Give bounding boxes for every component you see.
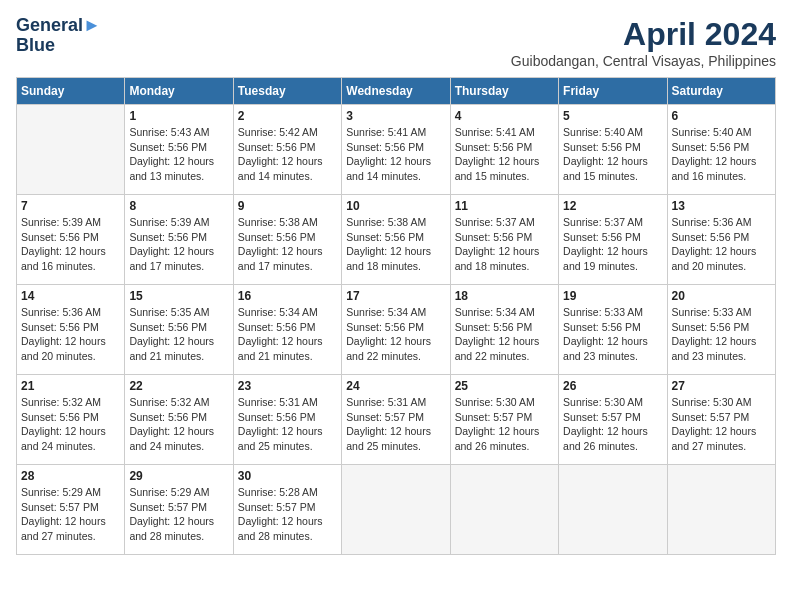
column-header-thursday: Thursday <box>450 78 558 105</box>
day-number: 17 <box>346 289 445 303</box>
page-header: General►Blue April 2024 Guibodangan, Cen… <box>16 16 776 69</box>
day-number: 18 <box>455 289 554 303</box>
day-cell: 27Sunrise: 5:30 AM Sunset: 5:57 PM Dayli… <box>667 375 775 465</box>
day-cell: 30Sunrise: 5:28 AM Sunset: 5:57 PM Dayli… <box>233 465 341 555</box>
week-row-2: 7Sunrise: 5:39 AM Sunset: 5:56 PM Daylig… <box>17 195 776 285</box>
location-title: Guibodangan, Central Visayas, Philippine… <box>511 53 776 69</box>
day-number: 24 <box>346 379 445 393</box>
day-info: Sunrise: 5:39 AM Sunset: 5:56 PM Dayligh… <box>21 215 120 274</box>
calendar-table: SundayMondayTuesdayWednesdayThursdayFrid… <box>16 77 776 555</box>
day-cell: 3Sunrise: 5:41 AM Sunset: 5:56 PM Daylig… <box>342 105 450 195</box>
day-info: Sunrise: 5:34 AM Sunset: 5:56 PM Dayligh… <box>346 305 445 364</box>
logo: General►Blue <box>16 16 101 56</box>
day-info: Sunrise: 5:41 AM Sunset: 5:56 PM Dayligh… <box>455 125 554 184</box>
day-info: Sunrise: 5:30 AM Sunset: 5:57 PM Dayligh… <box>563 395 662 454</box>
day-info: Sunrise: 5:38 AM Sunset: 5:56 PM Dayligh… <box>346 215 445 274</box>
day-info: Sunrise: 5:29 AM Sunset: 5:57 PM Dayligh… <box>129 485 228 544</box>
day-number: 7 <box>21 199 120 213</box>
day-info: Sunrise: 5:28 AM Sunset: 5:57 PM Dayligh… <box>238 485 337 544</box>
day-cell: 6Sunrise: 5:40 AM Sunset: 5:56 PM Daylig… <box>667 105 775 195</box>
day-cell: 28Sunrise: 5:29 AM Sunset: 5:57 PM Dayli… <box>17 465 125 555</box>
day-cell: 1Sunrise: 5:43 AM Sunset: 5:56 PM Daylig… <box>125 105 233 195</box>
day-info: Sunrise: 5:40 AM Sunset: 5:56 PM Dayligh… <box>563 125 662 184</box>
day-cell: 12Sunrise: 5:37 AM Sunset: 5:56 PM Dayli… <box>559 195 667 285</box>
week-row-4: 21Sunrise: 5:32 AM Sunset: 5:56 PM Dayli… <box>17 375 776 465</box>
day-info: Sunrise: 5:40 AM Sunset: 5:56 PM Dayligh… <box>672 125 771 184</box>
day-number: 4 <box>455 109 554 123</box>
day-cell: 14Sunrise: 5:36 AM Sunset: 5:56 PM Dayli… <box>17 285 125 375</box>
day-number: 27 <box>672 379 771 393</box>
day-cell: 15Sunrise: 5:35 AM Sunset: 5:56 PM Dayli… <box>125 285 233 375</box>
day-number: 9 <box>238 199 337 213</box>
column-header-friday: Friday <box>559 78 667 105</box>
day-number: 10 <box>346 199 445 213</box>
header-row: SundayMondayTuesdayWednesdayThursdayFrid… <box>17 78 776 105</box>
day-info: Sunrise: 5:43 AM Sunset: 5:56 PM Dayligh… <box>129 125 228 184</box>
day-cell: 16Sunrise: 5:34 AM Sunset: 5:56 PM Dayli… <box>233 285 341 375</box>
day-cell: 21Sunrise: 5:32 AM Sunset: 5:56 PM Dayli… <box>17 375 125 465</box>
day-number: 21 <box>21 379 120 393</box>
column-header-tuesday: Tuesday <box>233 78 341 105</box>
day-info: Sunrise: 5:38 AM Sunset: 5:56 PM Dayligh… <box>238 215 337 274</box>
day-number: 5 <box>563 109 662 123</box>
day-info: Sunrise: 5:37 AM Sunset: 5:56 PM Dayligh… <box>563 215 662 274</box>
day-info: Sunrise: 5:34 AM Sunset: 5:56 PM Dayligh… <box>455 305 554 364</box>
day-info: Sunrise: 5:29 AM Sunset: 5:57 PM Dayligh… <box>21 485 120 544</box>
day-cell: 24Sunrise: 5:31 AM Sunset: 5:57 PM Dayli… <box>342 375 450 465</box>
day-info: Sunrise: 5:32 AM Sunset: 5:56 PM Dayligh… <box>21 395 120 454</box>
day-cell <box>667 465 775 555</box>
calendar-body: 1Sunrise: 5:43 AM Sunset: 5:56 PM Daylig… <box>17 105 776 555</box>
week-row-1: 1Sunrise: 5:43 AM Sunset: 5:56 PM Daylig… <box>17 105 776 195</box>
day-number: 20 <box>672 289 771 303</box>
day-number: 28 <box>21 469 120 483</box>
day-info: Sunrise: 5:31 AM Sunset: 5:56 PM Dayligh… <box>238 395 337 454</box>
day-cell: 26Sunrise: 5:30 AM Sunset: 5:57 PM Dayli… <box>559 375 667 465</box>
week-row-5: 28Sunrise: 5:29 AM Sunset: 5:57 PM Dayli… <box>17 465 776 555</box>
day-cell: 9Sunrise: 5:38 AM Sunset: 5:56 PM Daylig… <box>233 195 341 285</box>
day-number: 12 <box>563 199 662 213</box>
day-number: 23 <box>238 379 337 393</box>
day-cell: 20Sunrise: 5:33 AM Sunset: 5:56 PM Dayli… <box>667 285 775 375</box>
day-number: 15 <box>129 289 228 303</box>
day-cell: 13Sunrise: 5:36 AM Sunset: 5:56 PM Dayli… <box>667 195 775 285</box>
day-info: Sunrise: 5:33 AM Sunset: 5:56 PM Dayligh… <box>672 305 771 364</box>
day-cell: 4Sunrise: 5:41 AM Sunset: 5:56 PM Daylig… <box>450 105 558 195</box>
day-info: Sunrise: 5:37 AM Sunset: 5:56 PM Dayligh… <box>455 215 554 274</box>
day-number: 25 <box>455 379 554 393</box>
day-cell: 10Sunrise: 5:38 AM Sunset: 5:56 PM Dayli… <box>342 195 450 285</box>
column-header-monday: Monday <box>125 78 233 105</box>
day-cell <box>17 105 125 195</box>
day-info: Sunrise: 5:30 AM Sunset: 5:57 PM Dayligh… <box>672 395 771 454</box>
day-number: 19 <box>563 289 662 303</box>
day-cell: 5Sunrise: 5:40 AM Sunset: 5:56 PM Daylig… <box>559 105 667 195</box>
column-header-wednesday: Wednesday <box>342 78 450 105</box>
day-number: 3 <box>346 109 445 123</box>
day-number: 11 <box>455 199 554 213</box>
day-cell <box>559 465 667 555</box>
day-number: 6 <box>672 109 771 123</box>
week-row-3: 14Sunrise: 5:36 AM Sunset: 5:56 PM Dayli… <box>17 285 776 375</box>
day-cell: 22Sunrise: 5:32 AM Sunset: 5:56 PM Dayli… <box>125 375 233 465</box>
day-info: Sunrise: 5:39 AM Sunset: 5:56 PM Dayligh… <box>129 215 228 274</box>
day-info: Sunrise: 5:34 AM Sunset: 5:56 PM Dayligh… <box>238 305 337 364</box>
day-cell <box>342 465 450 555</box>
day-cell: 18Sunrise: 5:34 AM Sunset: 5:56 PM Dayli… <box>450 285 558 375</box>
day-cell: 11Sunrise: 5:37 AM Sunset: 5:56 PM Dayli… <box>450 195 558 285</box>
day-number: 16 <box>238 289 337 303</box>
day-cell: 7Sunrise: 5:39 AM Sunset: 5:56 PM Daylig… <box>17 195 125 285</box>
day-info: Sunrise: 5:41 AM Sunset: 5:56 PM Dayligh… <box>346 125 445 184</box>
day-number: 8 <box>129 199 228 213</box>
logo-text: General►Blue <box>16 16 101 56</box>
day-number: 2 <box>238 109 337 123</box>
column-header-sunday: Sunday <box>17 78 125 105</box>
day-info: Sunrise: 5:42 AM Sunset: 5:56 PM Dayligh… <box>238 125 337 184</box>
column-header-saturday: Saturday <box>667 78 775 105</box>
calendar-header: SundayMondayTuesdayWednesdayThursdayFrid… <box>17 78 776 105</box>
day-number: 13 <box>672 199 771 213</box>
title-area: April 2024 Guibodangan, Central Visayas,… <box>511 16 776 69</box>
day-number: 26 <box>563 379 662 393</box>
day-number: 14 <box>21 289 120 303</box>
month-title: April 2024 <box>511 16 776 53</box>
day-cell: 23Sunrise: 5:31 AM Sunset: 5:56 PM Dayli… <box>233 375 341 465</box>
day-info: Sunrise: 5:35 AM Sunset: 5:56 PM Dayligh… <box>129 305 228 364</box>
